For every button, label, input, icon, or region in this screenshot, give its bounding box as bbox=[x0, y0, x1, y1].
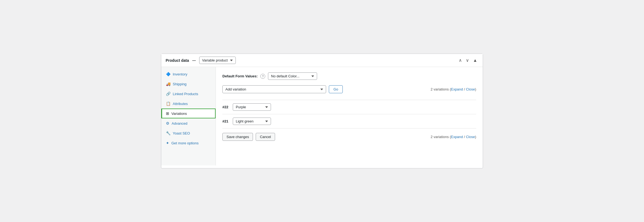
attributes-icon: 📋 bbox=[166, 101, 171, 106]
variations-count-top: 2 variations (Expand / Close) bbox=[431, 87, 476, 91]
shipping-icon: 🚚 bbox=[166, 82, 171, 86]
sidebar-item-attributes[interactable]: 📋 Attributes bbox=[161, 99, 216, 109]
header-dash: — bbox=[192, 58, 196, 62]
sidebar-item-advanced[interactable]: ⚙ Advanced bbox=[161, 118, 216, 128]
arrow-down-button[interactable]: ∨ bbox=[465, 58, 470, 63]
header-controls: ∧ ∨ ▲ bbox=[458, 58, 478, 63]
sidebar-item-yoast-seo[interactable]: 🔧 Yoast SEO bbox=[161, 128, 216, 138]
variations-icon: ⊞ bbox=[166, 111, 169, 116]
default-form-row: Default Form Values: ? No default Color.… bbox=[222, 72, 476, 80]
default-form-label: Default Form Values: bbox=[222, 74, 258, 78]
get-more-options-icon: ✦ bbox=[166, 141, 169, 145]
variation-select-22[interactable]: Purple bbox=[233, 103, 271, 111]
expand-link-bottom[interactable]: Expand bbox=[451, 135, 463, 139]
main-content: Default Form Values: ? No default Color.… bbox=[216, 67, 483, 165]
help-icon[interactable]: ? bbox=[260, 74, 265, 79]
add-variation-select[interactable]: Add variation bbox=[222, 85, 326, 93]
sidebar-item-linked-products[interactable]: 🔗 Linked Products bbox=[161, 89, 216, 99]
sidebar-item-variations[interactable]: ⊞ Variations bbox=[161, 109, 216, 118]
sidebar-item-get-more-options[interactable]: ✦ Get more options bbox=[161, 138, 216, 148]
save-cancel-row: Save changes Cancel 2 variations (Expand… bbox=[222, 128, 476, 141]
close-link-bottom[interactable]: Close bbox=[466, 135, 475, 139]
add-variation-row: Add variation Go 2 variations (Expand / … bbox=[222, 85, 476, 93]
variation-select-21[interactable]: Light green bbox=[233, 118, 271, 125]
variation-row-22: #22 Purple bbox=[222, 100, 476, 114]
product-data-box: Product data — Variable product ∧ ∨ ▲ 🔷 … bbox=[161, 54, 483, 168]
arrow-up-button[interactable]: ∧ bbox=[458, 58, 463, 63]
sidebar-item-get-more-options-label: Get more options bbox=[171, 141, 199, 145]
header-left: Product data — Variable product bbox=[166, 57, 236, 64]
advanced-icon: ⚙ bbox=[166, 121, 169, 125]
color-select[interactable]: No default Color... bbox=[268, 72, 317, 80]
variation-number-22: #22 bbox=[222, 105, 230, 109]
close-link-top[interactable]: Close bbox=[466, 87, 475, 91]
variation-row-21: #21 Light green bbox=[222, 114, 476, 128]
cancel-button[interactable]: Cancel bbox=[256, 133, 275, 141]
sidebar-item-yoast-seo-label: Yoast SEO bbox=[173, 131, 190, 135]
arrow-expand-button[interactable]: ▲ bbox=[472, 58, 478, 63]
sidebar-item-inventory[interactable]: 🔷 Inventory bbox=[161, 69, 216, 79]
inventory-icon: 🔷 bbox=[166, 72, 171, 76]
product-data-title: Product data bbox=[166, 58, 189, 63]
save-changes-button[interactable]: Save changes bbox=[222, 133, 253, 141]
sidebar-item-inventory-label: Inventory bbox=[173, 72, 187, 76]
sidebar-item-advanced-label: Advanced bbox=[172, 121, 187, 125]
variations-count-bottom: 2 variations (Expand / Close) bbox=[431, 135, 476, 139]
expand-link-top[interactable]: Expand bbox=[451, 87, 463, 91]
go-button[interactable]: Go bbox=[329, 85, 343, 93]
sidebar-item-shipping-label: Shipping bbox=[173, 82, 187, 86]
product-type-select[interactable]: Variable product bbox=[199, 57, 236, 64]
linked-products-icon: 🔗 bbox=[166, 92, 171, 96]
yoast-seo-icon: 🔧 bbox=[166, 131, 171, 135]
sidebar-item-linked-products-label: Linked Products bbox=[173, 92, 198, 96]
sidebar: 🔷 Inventory 🚚 Shipping 🔗 Linked Products… bbox=[161, 67, 216, 165]
product-data-header: Product data — Variable product ∧ ∨ ▲ bbox=[161, 54, 483, 67]
sidebar-item-shipping[interactable]: 🚚 Shipping bbox=[161, 79, 216, 89]
product-data-body: 🔷 Inventory 🚚 Shipping 🔗 Linked Products… bbox=[161, 67, 483, 165]
sidebar-item-attributes-label: Attributes bbox=[173, 102, 188, 106]
sidebar-item-variations-label: Variations bbox=[171, 112, 187, 116]
variation-number-21: #21 bbox=[222, 119, 230, 123]
